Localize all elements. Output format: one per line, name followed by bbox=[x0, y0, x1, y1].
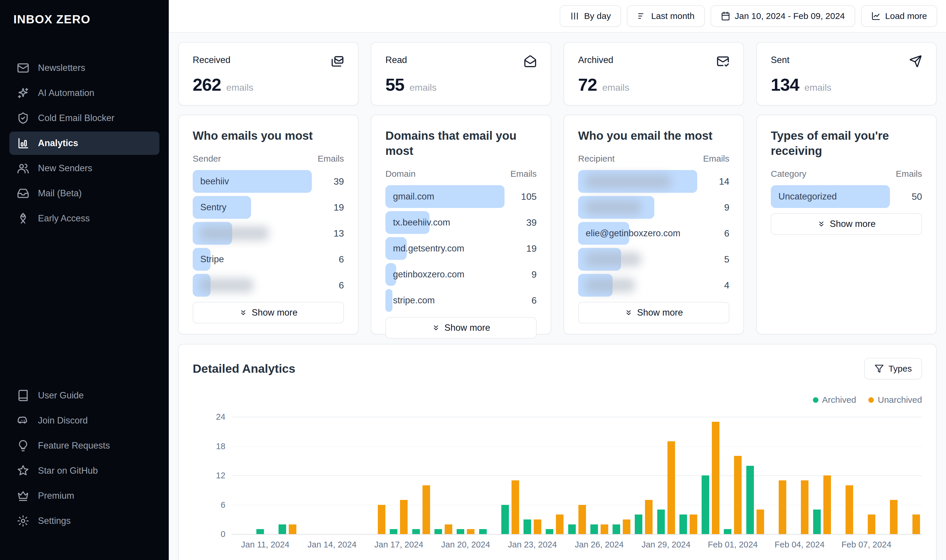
date-range-button[interactable]: Jan 10, 2024 - Feb 09, 2024 bbox=[711, 5, 855, 27]
unarchived-bar[interactable] bbox=[289, 525, 296, 534]
table-row[interactable]: md.getsentry.com 19 bbox=[386, 237, 537, 260]
table-row[interactable]: Stripe 6 bbox=[193, 247, 344, 271]
archived-bar[interactable] bbox=[746, 466, 754, 534]
table-row[interactable]: getinboxzero.com 9 bbox=[386, 263, 537, 286]
unarchived-bar[interactable] bbox=[423, 485, 430, 534]
table-row[interactable]: tx.beehiiv.com 39 bbox=[386, 211, 537, 234]
archived-bar[interactable] bbox=[457, 529, 464, 534]
sidebar-item-settings[interactable]: Settings bbox=[9, 509, 159, 532]
table-row[interactable]: 6 bbox=[193, 273, 344, 297]
unarchived-bar[interactable] bbox=[645, 500, 653, 534]
chart-day-feb-07-2024[interactable] bbox=[855, 417, 877, 534]
archived-bar[interactable] bbox=[479, 529, 487, 534]
chart-day-jan-18-2024[interactable] bbox=[410, 417, 432, 534]
chart-day-jan-17-2024[interactable] bbox=[388, 417, 410, 534]
table-row[interactable]: 9 bbox=[578, 195, 729, 219]
archived-bar[interactable] bbox=[813, 509, 821, 534]
unarchived-bar[interactable] bbox=[667, 441, 675, 534]
unarchived-bar[interactable] bbox=[734, 456, 742, 534]
chart-day-jan-14-2024[interactable] bbox=[321, 417, 343, 534]
sidebar-item-cold-email-blocker[interactable]: Cold Email Blocker bbox=[9, 106, 159, 130]
chart-day-jan-19-2024[interactable] bbox=[432, 417, 454, 534]
table-row[interactable]: 13 bbox=[193, 222, 344, 245]
table-row[interactable]: Uncategorized 50 bbox=[771, 185, 922, 209]
archived-bar[interactable] bbox=[635, 514, 642, 534]
chart-day-jan-13-2024[interactable] bbox=[299, 417, 321, 534]
chart-day-jan-20-2024[interactable] bbox=[455, 417, 477, 534]
table-row[interactable]: 4 bbox=[578, 273, 729, 297]
sidebar-item-join-discord[interactable]: Join Discord bbox=[9, 409, 159, 432]
chart-day-feb-04-2024[interactable] bbox=[789, 417, 811, 534]
archived-bar[interactable] bbox=[390, 529, 397, 534]
table-row[interactable]: stripe.com 6 bbox=[386, 288, 537, 312]
by-day-button[interactable]: By day bbox=[560, 5, 621, 27]
chart-day-feb-09-2024[interactable] bbox=[900, 417, 922, 534]
chart-day-feb-08-2024[interactable] bbox=[878, 417, 900, 534]
unarchived-bar[interactable] bbox=[623, 520, 630, 534]
archived-bar[interactable] bbox=[546, 529, 553, 534]
chart-day-jan-31-2024[interactable] bbox=[699, 417, 722, 534]
unarchived-bar[interactable] bbox=[400, 500, 407, 534]
sidebar-item-user-guide[interactable]: User Guide bbox=[9, 384, 159, 407]
chart-day-jan-21-2024[interactable] bbox=[477, 417, 499, 534]
sidebar-item-feature-requests[interactable]: Feature Requests bbox=[9, 434, 159, 457]
show-more-button[interactable]: Show more bbox=[193, 302, 344, 323]
unarchived-bar[interactable] bbox=[890, 500, 898, 534]
chart-day-jan-22-2024[interactable] bbox=[499, 417, 521, 534]
sidebar-item-star-on-github[interactable]: Star on GitHub bbox=[9, 459, 159, 482]
show-more-button[interactable]: Show more bbox=[771, 213, 922, 235]
chart-day-feb-06-2024[interactable] bbox=[833, 417, 855, 534]
legend-item-unarchived[interactable]: Unarchived bbox=[868, 395, 922, 405]
archived-bar[interactable] bbox=[702, 475, 709, 534]
sidebar-item-premium[interactable]: Premium bbox=[9, 484, 159, 508]
unarchived-bar[interactable] bbox=[534, 520, 541, 534]
chart-day-jan-23-2024[interactable] bbox=[521, 417, 543, 534]
last-month-button[interactable]: Last month bbox=[627, 5, 705, 27]
chart-day-jan-30-2024[interactable] bbox=[677, 417, 699, 534]
archived-bar[interactable] bbox=[613, 525, 620, 534]
unarchived-bar[interactable] bbox=[378, 505, 386, 534]
unarchived-bar[interactable] bbox=[756, 509, 764, 534]
unarchived-bar[interactable] bbox=[690, 514, 697, 534]
chart-day-jan-16-2024[interactable] bbox=[366, 417, 388, 534]
types-filter-button[interactable]: Types bbox=[864, 358, 922, 380]
sidebar-item-newsletters[interactable]: Newsletters bbox=[9, 56, 159, 80]
table-row[interactable]: Sentry 19 bbox=[193, 195, 344, 219]
chart-day-jan-27-2024[interactable] bbox=[611, 417, 633, 534]
sidebar-item-early-access[interactable]: Early Access bbox=[9, 207, 159, 230]
unarchived-bar[interactable] bbox=[823, 475, 831, 534]
unarchived-bar[interactable] bbox=[467, 529, 474, 534]
unarchived-bar[interactable] bbox=[712, 422, 719, 534]
show-more-button[interactable]: Show more bbox=[578, 302, 729, 323]
table-row[interactable]: 14 bbox=[578, 169, 729, 193]
table-row[interactable]: 5 bbox=[578, 247, 729, 271]
archived-bar[interactable] bbox=[523, 520, 531, 534]
table-row[interactable]: elie@getinboxzero.com 6 bbox=[578, 222, 729, 245]
unarchived-bar[interactable] bbox=[801, 480, 809, 534]
load-more-button[interactable]: Load more bbox=[861, 5, 937, 27]
chart-day-jan-25-2024[interactable] bbox=[566, 417, 588, 534]
table-row[interactable]: beehiiv 39 bbox=[193, 169, 344, 193]
chart-day-feb-05-2024[interactable] bbox=[811, 417, 833, 534]
show-more-button[interactable]: Show more bbox=[386, 317, 537, 338]
chart-day-feb-03-2024[interactable] bbox=[766, 417, 789, 534]
chart-day-feb-01-2024[interactable] bbox=[722, 417, 744, 534]
chart-day-jan-12-2024[interactable] bbox=[276, 417, 299, 534]
archived-bar[interactable] bbox=[501, 505, 509, 534]
archived-bar[interactable] bbox=[590, 525, 598, 534]
chart-day-jan-10-2024[interactable] bbox=[232, 417, 254, 534]
unarchived-bar[interactable] bbox=[579, 505, 586, 534]
chart-day-jan-15-2024[interactable] bbox=[343, 417, 365, 534]
sidebar-item-ai-automation[interactable]: AI Automation bbox=[9, 82, 159, 105]
unarchived-bar[interactable] bbox=[846, 485, 853, 534]
archived-bar[interactable] bbox=[679, 514, 687, 534]
archived-bar[interactable] bbox=[279, 525, 286, 534]
table-row[interactable]: gmail.com 105 bbox=[386, 185, 537, 209]
chart-day-jan-28-2024[interactable] bbox=[633, 417, 655, 534]
unarchived-bar[interactable] bbox=[912, 514, 920, 534]
archived-bar[interactable] bbox=[657, 509, 665, 534]
unarchived-bar[interactable] bbox=[779, 480, 786, 534]
legend-item-archived[interactable]: Archived bbox=[813, 395, 856, 405]
unarchived-bar[interactable] bbox=[556, 514, 563, 534]
sidebar-item-analytics[interactable]: Analytics bbox=[9, 132, 159, 155]
